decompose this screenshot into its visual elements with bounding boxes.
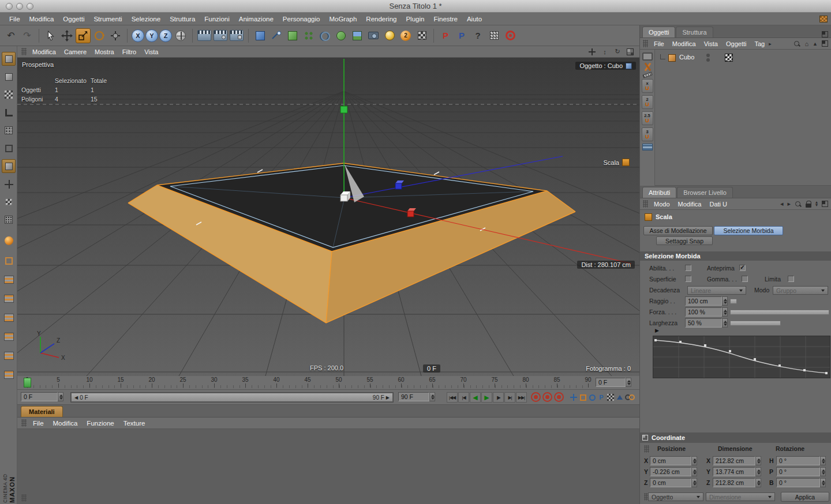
tab-materiali[interactable]: Materiali (21, 406, 63, 417)
cube-object-icon[interactable] (668, 54, 676, 62)
pos-y-field[interactable]: -0.226 cm (650, 467, 691, 476)
om-menu-vista[interactable]: Vista (700, 40, 722, 47)
layer-table-button-2[interactable] (2, 292, 16, 306)
snap-mode-button-x[interactable]: x U (642, 79, 653, 93)
move-tool[interactable] (59, 28, 74, 43)
lock-x-axis-button[interactable]: X (132, 29, 144, 42)
current-frame-stepper[interactable] (58, 392, 63, 401)
gomma-checkbox[interactable] (742, 276, 748, 282)
forza-slider[interactable] (730, 310, 829, 315)
om-menu-tag[interactable]: Tag (750, 40, 769, 47)
toggle-parameter-button[interactable]: P (597, 393, 606, 402)
previous-key-button[interactable]: |◀ (458, 392, 469, 403)
toggle-scale-button[interactable] (578, 393, 587, 402)
vp-menu-modifica[interactable]: Modifica (28, 48, 60, 55)
om-menu-oggetti[interactable]: Oggetti (722, 40, 750, 47)
rot-h-stepper[interactable] (820, 456, 826, 465)
record-target-button[interactable] (503, 28, 518, 43)
tab-attributi[interactable]: Attributi (642, 187, 676, 198)
objects-tree[interactable]: Cubo (656, 50, 831, 185)
current-frame-field[interactable]: 0 F (21, 392, 58, 401)
forward-arrow-icon[interactable]: ▸ (787, 200, 791, 208)
autokey-record-button[interactable] (542, 392, 552, 402)
superficie-checkbox[interactable] (685, 276, 691, 282)
abilita-checkbox[interactable] (685, 265, 691, 271)
mat-menu-file[interactable]: File (28, 420, 48, 427)
record-keyframe-button[interactable] (531, 392, 541, 402)
snap-mode-button-25[interactable]: 2.5 U (642, 111, 653, 125)
attr-menu-modo[interactable]: Modo (650, 201, 674, 208)
back-arrow-icon[interactable]: ◂ (780, 200, 784, 208)
playhead[interactable] (24, 378, 31, 388)
menu-oggetti[interactable]: Oggetti (58, 16, 89, 22)
panel-grip[interactable] (21, 48, 27, 55)
add-spline-button[interactable] (269, 28, 284, 43)
menu-aiuto[interactable]: Aiuto (462, 16, 486, 22)
viewport-canvas[interactable]: Prospettiva SelezionatoTotale Oggetti11 … (17, 58, 639, 376)
lock-z-axis-button[interactable]: Z (159, 29, 172, 42)
render-picture-viewer-button[interactable] (213, 28, 228, 43)
uvw-points-mode-button[interactable] (2, 195, 16, 209)
tab-oggetti[interactable]: Oggetti (642, 27, 675, 37)
panel-grip[interactable] (643, 40, 648, 47)
up-arrow-icon[interactable]: ▲ (813, 41, 818, 47)
preview-range-track[interactable]: ◀0 F 90 F▶ (70, 392, 394, 403)
object-name-label[interactable]: Cubo (679, 54, 694, 61)
help-button[interactable]: ? (470, 28, 485, 43)
forza-stepper[interactable] (722, 307, 728, 317)
modo-dropdown[interactable]: Gruppo (773, 286, 828, 295)
larghezza-stepper[interactable] (722, 318, 728, 328)
ruler-frame-stepper[interactable] (626, 378, 631, 387)
raggio-field[interactable]: 100 cm (685, 296, 722, 306)
points-mode-button[interactable] (2, 123, 16, 137)
selezione-morbida-button[interactable]: Selezione Morbida (714, 226, 783, 235)
pan-view-button[interactable] (587, 48, 597, 56)
rotate-tool[interactable] (92, 28, 107, 43)
keyframe-selection-button[interactable] (615, 393, 624, 402)
ruler-frame-field[interactable]: 0 F (596, 378, 626, 387)
dim-x-field[interactable]: 212.82 cm (713, 456, 755, 465)
panel-menu-icon[interactable] (822, 40, 828, 47)
search-icon[interactable] (793, 40, 800, 47)
tab-browser-livello[interactable]: Browser Livello (677, 187, 733, 198)
dim-z-stepper[interactable] (755, 478, 761, 487)
pos-x-stepper[interactable] (691, 456, 697, 465)
end-frame-stepper[interactable] (429, 392, 435, 401)
dim-y-field[interactable]: 13.774 cm (713, 467, 755, 476)
coordinate-header[interactable]: Coordinate (640, 432, 831, 443)
display-icon[interactable] (642, 52, 653, 61)
add-environment-button[interactable] (350, 28, 365, 43)
uvw-tag-icon[interactable] (725, 54, 733, 62)
menu-mograph[interactable]: MoGraph (324, 16, 361, 22)
raggio-stepper[interactable] (722, 296, 728, 306)
rot-b-field[interactable]: 0 ° (776, 478, 820, 487)
coordinate-system-button[interactable] (173, 28, 188, 43)
zoom-button[interactable] (27, 3, 33, 10)
pos-y-stepper[interactable] (691, 467, 697, 476)
menu-file[interactable]: File (5, 16, 25, 22)
panel-grip[interactable] (643, 200, 648, 208)
falloff-expander[interactable]: ▶ (655, 328, 659, 333)
preview-range-bar[interactable]: ◀0 F 90 F▶ (72, 393, 392, 401)
layer-table-button-6[interactable] (2, 368, 16, 382)
lock-y-axis-button[interactable]: Y (145, 29, 158, 42)
next-key-button[interactable]: ▶| (504, 392, 515, 403)
visibility-dot-editor[interactable] (706, 54, 710, 57)
oggetto-dropdown[interactable]: Oggetto (648, 492, 703, 501)
applica-button[interactable]: Applica (781, 492, 829, 502)
texture-mode-button[interactable] (2, 88, 16, 101)
key-interpolation-button[interactable] (624, 393, 634, 402)
vp-menu-mostra[interactable]: Mostra (91, 48, 118, 55)
range-left-arrow-icon[interactable]: ◀ (74, 395, 78, 400)
mat-menu-texture[interactable]: Texture (119, 420, 150, 427)
add-camera-button[interactable] (366, 28, 381, 43)
lock-icon[interactable] (806, 201, 811, 208)
pos-z-field[interactable]: 0 cm (650, 478, 691, 487)
object-axis-mode-button[interactable] (2, 177, 16, 191)
play-backward-button[interactable]: ◀ (470, 392, 481, 403)
larghezza-field[interactable]: 50 % (685, 318, 722, 328)
tree-row-cubo[interactable]: Cubo (656, 53, 831, 63)
render-settings-button[interactable] (229, 28, 244, 43)
attr-menu-dati[interactable]: Dati U (706, 201, 732, 208)
dimensione-dropdown[interactable]: Dimensione (706, 492, 775, 501)
